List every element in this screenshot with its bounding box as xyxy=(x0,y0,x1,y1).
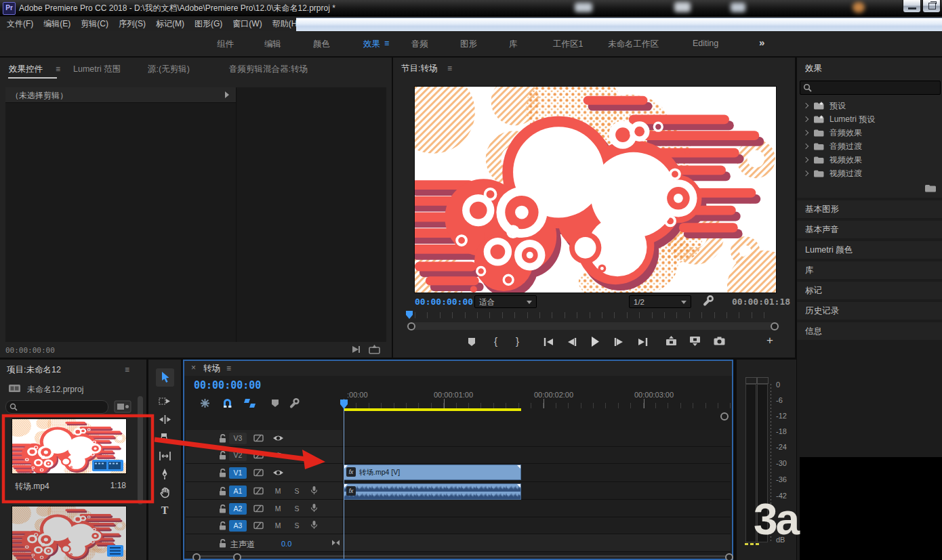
workspace-tab-libraries[interactable]: 库 xyxy=(509,39,518,50)
tab-lumetri-scopes[interactable]: Lumetri 范围 xyxy=(73,64,121,75)
menu-edit[interactable]: 编辑(E) xyxy=(43,18,70,30)
effects-panel-title[interactable]: 效果 xyxy=(805,63,822,74)
panel-header-history[interactable]: 历史记录 xyxy=(797,302,942,320)
menu-markers[interactable]: 标记(M) xyxy=(156,18,184,30)
effects-tree-audio-effects[interactable]: 音频效果 xyxy=(797,126,942,139)
panel-header-markers[interactable]: 标记 xyxy=(797,282,942,299)
panel-header-essential-sound[interactable]: 基本声音 xyxy=(797,221,942,238)
go-to-gap-icon[interactable] xyxy=(331,539,340,546)
workspace-overflow-icon[interactable]: » xyxy=(759,37,764,48)
track-output-eye-icon[interactable] xyxy=(272,434,284,442)
track-content-v3[interactable] xyxy=(342,430,731,447)
go-to-out-icon[interactable] xyxy=(637,338,648,346)
panel-header-lumetri-color[interactable]: Lumetri 颜色 xyxy=(797,241,942,259)
step-forward-icon[interactable] xyxy=(614,338,623,346)
sync-lock-icon[interactable] xyxy=(253,504,264,513)
zoom-level-select[interactable]: 适合 xyxy=(474,295,537,308)
solo-button[interactable]: S xyxy=(291,487,302,495)
track-output-eye-icon[interactable] xyxy=(272,451,284,459)
extract-icon[interactable] xyxy=(689,336,701,346)
workspace-tab-editing-cn[interactable]: 编辑 xyxy=(264,39,281,50)
slip-tool[interactable] xyxy=(148,447,181,465)
program-monitor-title[interactable]: 节目:转场 xyxy=(401,63,437,74)
mute-button[interactable]: M xyxy=(272,487,283,495)
workspace-tab-effects-menu-icon[interactable]: ≡ xyxy=(384,39,389,48)
effects-tree-video-transitions[interactable]: 视频过渡 xyxy=(797,167,942,180)
workspace-tab-audio[interactable]: 音频 xyxy=(411,39,428,50)
track-content-a3[interactable] xyxy=(342,517,731,534)
menu-clip[interactable]: 剪辑(C) xyxy=(81,18,108,30)
chevron-right-icon[interactable] xyxy=(803,103,808,108)
sync-lock-icon[interactable] xyxy=(253,469,264,477)
snap-magnet-icon[interactable] xyxy=(222,398,232,408)
play-icon[interactable] xyxy=(591,337,600,347)
project-item-thumbnail[interactable] xyxy=(12,507,126,560)
new-custom-bin-icon[interactable] xyxy=(924,184,937,193)
export-frame-icon[interactable] xyxy=(369,345,381,354)
menu-sequence[interactable]: 序列(S) xyxy=(119,18,146,30)
menu-file[interactable]: 文件(F) xyxy=(7,18,33,30)
panel-header-essential-graphics[interactable]: 基本图形 xyxy=(797,200,942,218)
master-gain-value[interactable]: 0.0 xyxy=(281,540,291,548)
pen-tool[interactable] xyxy=(148,465,181,483)
effects-tree-video-effects[interactable]: 视频效果 xyxy=(797,153,942,167)
track-lock-icon[interactable] xyxy=(218,539,226,548)
lift-icon[interactable] xyxy=(665,336,677,346)
menu-window[interactable]: 窗口(W) xyxy=(232,18,262,30)
timeline-h-scrollbar-track[interactable] xyxy=(198,555,731,557)
nested-sequence-icon[interactable] xyxy=(200,398,210,408)
voiceover-mic-icon[interactable] xyxy=(310,486,318,495)
panel-header-libraries[interactable]: 库 xyxy=(797,261,942,279)
track-lock-icon[interactable] xyxy=(218,469,226,477)
tab-audio-clip-mixer[interactable]: 音频剪辑混合器:转场 xyxy=(229,64,308,75)
track-lock-icon[interactable] xyxy=(218,487,226,496)
voiceover-mic-icon[interactable] xyxy=(310,520,318,530)
track-badge-v1[interactable]: V1 xyxy=(229,467,247,479)
project-scrollbar[interactable] xyxy=(138,396,143,504)
effects-tree-presets[interactable]: 预设 xyxy=(797,99,942,112)
video-clip[interactable]: fx 转场.mp4 [V] xyxy=(344,465,521,480)
timeline-zoom-handle-right[interactable] xyxy=(725,553,733,560)
sync-lock-icon[interactable] xyxy=(253,521,264,530)
track-badge-a1[interactable]: A1 xyxy=(229,486,247,497)
track-lock-icon[interactable] xyxy=(218,521,226,530)
chevron-right-icon[interactable] xyxy=(803,157,808,163)
program-mini-ruler[interactable] xyxy=(415,312,776,318)
sync-lock-icon[interactable] xyxy=(253,487,264,495)
effects-search-input[interactable] xyxy=(800,81,941,95)
timeline-tab-close-icon[interactable]: × xyxy=(191,363,196,372)
track-select-forward-tool[interactable] xyxy=(148,392,181,410)
track-badge-v3[interactable]: V3 xyxy=(229,433,247,444)
track-badge-a2[interactable]: A2 xyxy=(229,503,247,515)
timeline-zoom-handle-left[interactable] xyxy=(192,553,201,560)
timeline-timecode[interactable]: 00:00:00:00 xyxy=(194,379,261,391)
voiceover-mic-icon[interactable] xyxy=(310,503,318,513)
timeline-zoom-handle-mid[interactable] xyxy=(233,553,241,560)
panel-menu-icon[interactable]: ≡ xyxy=(56,64,60,74)
project-menu-icon[interactable]: ≡ xyxy=(125,365,129,374)
track-badge-a3[interactable]: A3 xyxy=(229,520,247,532)
track-output-eye-icon[interactable] xyxy=(272,469,284,477)
type-tool[interactable]: T xyxy=(148,502,181,519)
workspace-tab-editing-en[interactable]: Editing xyxy=(693,39,718,48)
button-editor-icon[interactable]: + xyxy=(766,334,773,347)
program-menu-icon[interactable]: ≡ xyxy=(447,64,452,73)
go-to-in-icon[interactable] xyxy=(544,338,554,346)
restore-button[interactable] xyxy=(922,0,941,13)
project-breadcrumb[interactable]: 未命名12.prproj xyxy=(27,384,83,395)
workspace-tab-unnamed[interactable]: 未命名工作区 xyxy=(608,39,659,50)
chevron-right-icon[interactable] xyxy=(803,171,808,176)
workspace-tab-graphics[interactable]: 图形 xyxy=(460,39,477,50)
project-item-name[interactable]: 转场.mp4 xyxy=(15,481,49,492)
program-playhead[interactable] xyxy=(405,310,413,320)
workspace-tab-workspace1[interactable]: 工作区1 xyxy=(553,39,583,50)
timeline-ruler[interactable]: :00:00 00:00:01:00 00:00:02:00 00:00:03:… xyxy=(344,377,732,411)
tab-source-monitor[interactable]: 源:(无剪辑) xyxy=(148,64,190,75)
workspace-tab-assembly[interactable]: 组件 xyxy=(217,39,234,50)
effects-tree-audio-transitions[interactable]: 音频过渡 xyxy=(797,139,942,153)
timeline-menu-icon[interactable]: ≡ xyxy=(226,364,231,373)
chevron-right-icon[interactable] xyxy=(803,144,808,149)
workspace-tab-color[interactable]: 颜色 xyxy=(313,39,330,50)
track-content-a2[interactable] xyxy=(342,500,731,517)
timeline-tab[interactable]: 转场 xyxy=(203,363,220,374)
